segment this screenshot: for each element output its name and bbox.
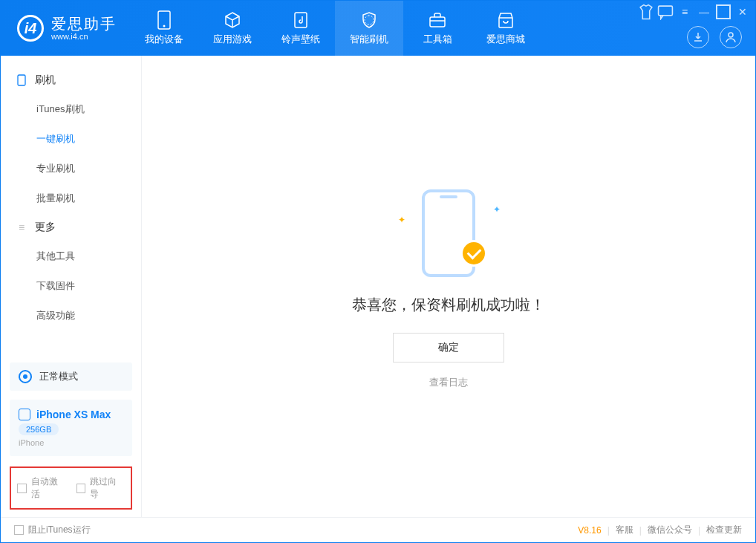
mode-icon — [19, 370, 32, 383]
minimize-button[interactable]: — — [696, 4, 712, 20]
sidebar-item-pro[interactable]: 专业刷机 — [1, 154, 141, 183]
sidebar-item-advanced[interactable]: 高级功能 — [1, 301, 141, 331]
titlebar: i4 爱思助手 www.i4.cn 我的设备 应用游戏 铃声壁纸 智能刷机 — [1, 1, 755, 56]
checkbox-icon — [76, 484, 86, 493]
maximize-button[interactable] — [715, 4, 731, 20]
music-icon — [291, 10, 310, 30]
window-controls: ≡ — ✕ — [638, 4, 751, 20]
nav-label: 智能刷机 — [350, 33, 388, 46]
nav-label: 我的设备 — [145, 33, 183, 46]
nav-my-device[interactable]: 我的设备 — [130, 1, 198, 56]
sidebar-item-itunes[interactable]: iTunes刷机 — [1, 94, 141, 124]
support-link[interactable]: 客服 — [616, 524, 633, 536]
shield-icon — [359, 10, 379, 30]
svg-point-6 — [729, 33, 733, 37]
top-nav: 我的设备 应用游戏 铃声壁纸 智能刷机 工具箱 爱思商城 — [130, 1, 540, 56]
cube-icon — [223, 10, 242, 30]
tshirt-icon[interactable] — [638, 4, 654, 20]
svg-rect-7 — [18, 75, 25, 85]
mode-card[interactable]: 正常模式 — [10, 362, 132, 391]
nav-flash[interactable]: 智能刷机 — [335, 1, 403, 56]
svg-rect-3 — [430, 17, 445, 27]
feedback-icon[interactable] — [657, 4, 674, 20]
checkbox-block-itunes[interactable]: 阻止iTunes运行 — [14, 524, 91, 536]
group-title: 刷机 — [35, 74, 56, 87]
nav-store[interactable]: 爱思商城 — [472, 1, 540, 56]
sparkle-icon: ✦ — [398, 215, 405, 225]
device-name: iPhone XS Max — [36, 409, 111, 420]
check-icon — [460, 240, 487, 267]
svg-rect-4 — [659, 6, 673, 16]
checkbox-auto-activate[interactable]: 自动激活 — [17, 475, 66, 501]
user-button[interactable] — [720, 26, 742, 48]
check-update-link[interactable]: 检查更新 — [706, 524, 742, 536]
main-content: ✦ ✦ 恭喜您，保资料刷机成功啦！ 确定 查看日志 — [142, 56, 755, 517]
nav-label: 铃声壁纸 — [281, 33, 320, 46]
device-card[interactable]: iPhone XS Max 256GB iPhone — [10, 400, 132, 456]
device-icon — [19, 409, 30, 420]
checkbox-label: 自动激活 — [31, 475, 66, 501]
checkbox-icon — [17, 484, 27, 493]
view-log-link[interactable]: 查看日志 — [429, 376, 468, 389]
nav-label: 应用游戏 — [213, 33, 252, 46]
version-label: V8.16 — [578, 525, 601, 536]
success-illustration: ✦ ✦ — [397, 183, 501, 280]
statusbar: 阻止iTunes运行 V8.16 | 客服 | 微信公众号 | 检查更新 — [1, 517, 755, 542]
device-type: iPhone — [19, 438, 44, 447]
ok-button[interactable]: 确定 — [393, 333, 504, 362]
close-button[interactable]: ✕ — [734, 4, 751, 20]
sparkle-icon: ✦ — [493, 204, 501, 215]
capacity-badge: 256GB — [19, 423, 59, 435]
nav-toolbox[interactable]: 工具箱 — [403, 1, 472, 56]
wechat-link[interactable]: 微信公众号 — [648, 524, 692, 536]
nav-label: 爱思商城 — [486, 33, 525, 46]
sidebar-item-firmware[interactable]: 下载固件 — [1, 271, 141, 301]
group-title: 更多 — [35, 221, 56, 234]
nav-label: 工具箱 — [423, 33, 452, 46]
options-highlight: 自动激活 跳过向导 — [10, 466, 132, 510]
store-icon — [496, 10, 515, 30]
checkbox-label: 阻止iTunes运行 — [28, 524, 91, 536]
success-message: 恭喜您，保资料刷机成功啦！ — [352, 295, 545, 315]
phone-icon — [16, 74, 27, 86]
mode-label: 正常模式 — [39, 370, 78, 383]
app-window: i4 爱思助手 www.i4.cn 我的设备 应用游戏 铃声壁纸 智能刷机 — [0, 0, 756, 543]
sidebar-item-other[interactable]: 其他工具 — [1, 241, 141, 271]
sidebar-item-oneclick[interactable]: 一键刷机 — [1, 124, 141, 154]
sidebar-group-flash: 刷机 — [1, 66, 141, 94]
titlebar-actions — [687, 26, 742, 48]
svg-rect-5 — [717, 5, 730, 19]
checkbox-label: 跳过向导 — [90, 475, 125, 501]
toolbox-icon — [428, 10, 447, 30]
nav-apps[interactable]: 应用游戏 — [198, 1, 267, 56]
app-url: www.i4.cn — [51, 32, 117, 41]
svg-point-1 — [163, 25, 166, 27]
sidebar-item-batch[interactable]: 批量刷机 — [1, 183, 141, 213]
checkbox-skip-guide[interactable]: 跳过向导 — [76, 475, 126, 501]
nav-ringtones[interactable]: 铃声壁纸 — [267, 1, 335, 56]
logo-icon: i4 — [17, 15, 44, 42]
sidebar-group-more: ≡ 更多 — [1, 213, 141, 241]
sidebar: 刷机 iTunes刷机 一键刷机 专业刷机 批量刷机 ≡ 更多 其他工具 下载固… — [1, 56, 142, 517]
list-icon: ≡ — [16, 221, 27, 233]
menu-icon[interactable]: ≡ — [677, 4, 693, 20]
logo: i4 爱思助手 www.i4.cn — [1, 1, 130, 56]
download-button[interactable] — [687, 26, 709, 48]
app-name: 爱思助手 — [51, 16, 117, 32]
device-icon — [154, 10, 174, 30]
checkbox-icon — [14, 525, 24, 535]
body: 刷机 iTunes刷机 一键刷机 专业刷机 批量刷机 ≡ 更多 其他工具 下载固… — [1, 56, 755, 517]
